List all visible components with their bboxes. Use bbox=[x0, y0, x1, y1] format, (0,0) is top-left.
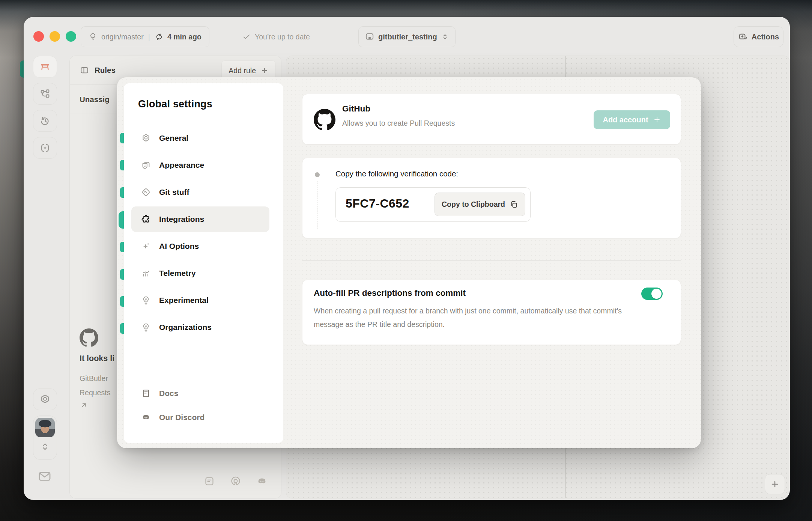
autofill-toggle[interactable] bbox=[641, 288, 663, 300]
github-card-subtitle: Allows you to create Pull Requests bbox=[342, 119, 455, 128]
branch-name: origin/master bbox=[101, 33, 144, 41]
verification-code-box: 5FC7-C652 Copy to Clipboard bbox=[335, 187, 531, 222]
empty-state-text-line: Requests bbox=[80, 388, 110, 397]
copy-to-clipboard-button[interactable]: Copy to Clipboard bbox=[435, 193, 525, 216]
book-icon bbox=[141, 388, 151, 398]
project-icon bbox=[365, 32, 374, 42]
nav-label: General bbox=[159, 134, 188, 143]
chevron-up-down-icon bbox=[33, 441, 57, 453]
discord-icon bbox=[141, 413, 151, 422]
avatar bbox=[35, 418, 55, 437]
panel-left-icon bbox=[80, 65, 89, 75]
step-dot bbox=[315, 172, 320, 177]
actions-button[interactable]: Actions bbox=[734, 26, 783, 47]
settings-content: GitHub Allows you to create Pull Request… bbox=[302, 77, 681, 448]
sidebar-item-workspace[interactable] bbox=[33, 56, 57, 78]
nav-label: Appearance bbox=[159, 161, 204, 170]
copy-icon bbox=[510, 200, 518, 209]
settings-nav-experimental[interactable]: Experimental bbox=[131, 288, 269, 313]
sparkle-icon bbox=[141, 241, 151, 251]
settings-nav-general[interactable]: General bbox=[131, 125, 269, 151]
user-menu[interactable] bbox=[33, 416, 57, 460]
branches-icon bbox=[39, 88, 51, 99]
global-settings-modal: Global settings General bbox=[117, 77, 701, 448]
rules-title: Rules bbox=[80, 65, 116, 75]
settings-nav-integrations[interactable]: Integrations bbox=[131, 206, 269, 232]
settings-nav-panel: Global settings General bbox=[124, 83, 283, 443]
autofill-title: Auto-fill PR descriptions from commit bbox=[314, 288, 466, 298]
nut-icon bbox=[141, 133, 151, 143]
rules-title-label: Rules bbox=[95, 66, 116, 75]
empty-state-text-line: GitButler bbox=[80, 374, 108, 383]
nav-label: AI Options bbox=[159, 242, 199, 251]
notes-icon[interactable] bbox=[204, 476, 215, 487]
actions-label: Actions bbox=[752, 33, 779, 41]
nav-label: Git stuff bbox=[159, 188, 189, 197]
envelope-icon bbox=[36, 469, 53, 484]
nav-label: Integrations bbox=[159, 215, 204, 224]
verification-card: Copy the following verification code: 5F… bbox=[302, 158, 681, 238]
empty-state-title: It looks li bbox=[80, 354, 114, 363]
status-text: You’re up to date bbox=[255, 33, 310, 41]
discord-icon[interactable] bbox=[256, 476, 268, 487]
history-icon bbox=[39, 115, 51, 126]
unassigned-section-label[interactable]: Unassig bbox=[80, 95, 110, 104]
project-selector[interactable]: gitbutler_testing bbox=[358, 26, 456, 47]
github-octocat-icon bbox=[314, 109, 335, 131]
minimize-window-button[interactable] bbox=[50, 31, 60, 42]
nav-label: Telemetry bbox=[159, 269, 196, 278]
toggle-knob bbox=[651, 289, 662, 299]
chart-icon bbox=[141, 268, 151, 278]
nav-label: Our Discord bbox=[159, 413, 205, 422]
masks-icon bbox=[141, 160, 151, 170]
check-icon bbox=[242, 32, 251, 41]
project-name: gitbutler_testing bbox=[378, 33, 437, 41]
lightbulb-icon bbox=[141, 295, 151, 305]
content-divider bbox=[302, 260, 681, 260]
settings-nav-git-stuff[interactable]: Git stuff bbox=[131, 179, 269, 205]
canvas-zoom-in-button[interactable] bbox=[765, 474, 785, 494]
pill-divider: | bbox=[147, 33, 151, 41]
settings-nav-docs[interactable]: Docs bbox=[131, 382, 269, 405]
feedback-mail-button[interactable] bbox=[36, 469, 53, 485]
nav-label: Organizations bbox=[159, 323, 212, 332]
copy-label: Copy to Clipboard bbox=[442, 200, 505, 209]
puzzle-icon bbox=[141, 214, 151, 224]
settings-nav-telemetry[interactable]: Telemetry bbox=[131, 260, 269, 286]
remote-branch-icon bbox=[89, 32, 98, 41]
sidebar-item-branches[interactable] bbox=[33, 83, 57, 105]
workbench-icon bbox=[39, 61, 51, 72]
nav-label: Docs bbox=[159, 389, 178, 398]
close-window-button[interactable] bbox=[33, 31, 44, 42]
github-integration-card: GitHub Allows you to create Pull Request… bbox=[302, 94, 681, 145]
panel-footer-links bbox=[204, 476, 268, 487]
sync-time: 4 min ago bbox=[167, 33, 201, 41]
chevron-up-down-icon bbox=[441, 33, 449, 41]
gear-icon bbox=[39, 394, 51, 405]
open-source-icon[interactable] bbox=[230, 476, 241, 487]
settings-nav-appearance[interactable]: Appearance bbox=[131, 152, 269, 178]
zoom-window-button[interactable] bbox=[66, 31, 76, 42]
sync-icon bbox=[155, 32, 164, 41]
plus-icon bbox=[653, 116, 661, 124]
autofill-description: When creating a pull request for a branc… bbox=[314, 304, 627, 331]
add-rule-label: Add rule bbox=[229, 66, 256, 75]
add-account-label: Add account bbox=[603, 116, 648, 124]
settings-nav-footer: Docs Our Discord bbox=[131, 382, 269, 430]
step-dashed-line bbox=[317, 181, 317, 229]
settings-title: Global settings bbox=[138, 98, 212, 110]
sidebar-item-ai-actions[interactable] bbox=[33, 137, 57, 159]
up-to-date-status: You’re up to date bbox=[242, 26, 310, 47]
github-empty-state-logo bbox=[80, 328, 98, 349]
external-link-arrow-icon[interactable] bbox=[80, 401, 88, 410]
github-octocat-icon bbox=[80, 328, 98, 347]
verification-code: 5FC7-C652 bbox=[346, 197, 409, 211]
sidebar-item-history[interactable] bbox=[33, 110, 57, 132]
branch-status-pill[interactable]: origin/master | 4 min ago bbox=[81, 26, 209, 47]
settings-nav-organizations[interactable]: Organizations bbox=[131, 315, 269, 340]
add-account-button[interactable]: Add account bbox=[594, 110, 670, 129]
settings-nav-ai-options[interactable]: AI Options bbox=[131, 233, 269, 259]
settings-nav-discord[interactable]: Our Discord bbox=[131, 406, 269, 429]
actions-sparkle-icon bbox=[738, 32, 748, 42]
settings-button[interactable] bbox=[33, 388, 57, 410]
